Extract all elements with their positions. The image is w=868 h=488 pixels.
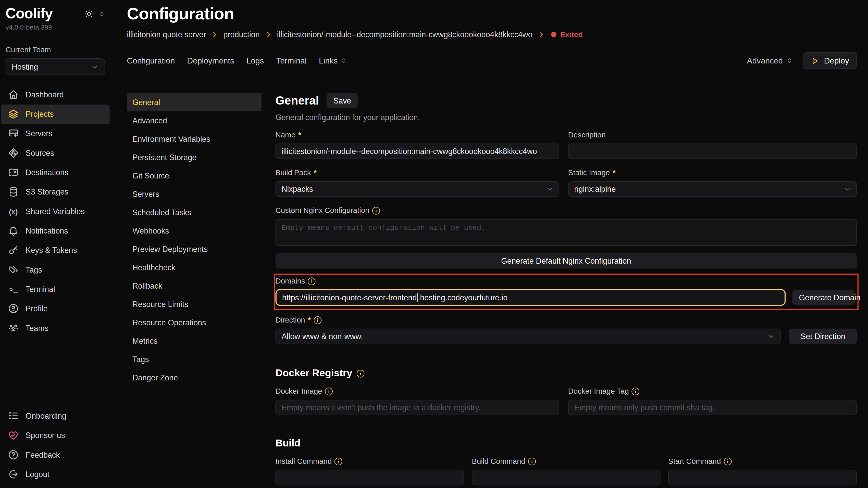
main-area: Configuration illicitonion quote server … [111,0,868,488]
breadcrumb-environment[interactable]: production [223,30,260,39]
theme-updown-icon[interactable] [98,10,105,18]
advanced-toggle[interactable]: Advanced [747,56,793,65]
database-icon [8,186,19,198]
status-dot-icon [551,32,556,37]
subnav-item-persistent-storage[interactable]: Persistent Storage [127,148,261,166]
info-icon[interactable]: i [308,277,316,285]
breadcrumb-project[interactable]: illicitonion quote server [127,30,206,39]
nginx-config-textarea[interactable] [275,219,857,246]
save-button[interactable]: Save [327,93,358,108]
description-input[interactable] [568,143,857,159]
subnav-item-general[interactable]: General [127,93,261,111]
sidebar-item-tags[interactable]: Tags [0,260,111,280]
subnav-item-metrics[interactable]: Metrics [127,331,261,350]
chevron-updown-icon [341,57,347,65]
sidebar-item-dashboard[interactable]: Dashboard [0,85,111,104]
sidebar-item-projects[interactable]: Projects [1,104,110,124]
name-input[interactable] [275,143,559,159]
generate-nginx-button[interactable]: Generate Default Nginx Configuration [275,253,857,268]
text-caret [417,293,418,302]
subnav-item-danger-zone[interactable]: Danger Zone [127,368,261,387]
subnav-item-environment-variables[interactable]: Environment Variables [127,130,261,148]
build-pack-select[interactable]: Nixpacks [275,181,559,197]
layers-icon [8,108,19,120]
sidebar-item-s3-storages[interactable]: S3 Storages [0,182,111,201]
subnav-item-resource-limits[interactable]: Resource Limits [127,295,261,313]
sidebar-footer-nav: Onboarding Sponsor us Feedback Logout [0,406,111,484]
domains-label: Domains i [275,277,855,285]
sidebar-item-shared-variables[interactable]: (x) Shared Variables [0,202,111,221]
coolify-logo[interactable]: Coolify [6,6,53,22]
info-icon[interactable]: i [357,369,365,377]
info-icon[interactable]: i [335,457,342,465]
build-command-label: Build Command i [472,457,660,465]
play-icon [811,56,819,65]
info-icon[interactable]: i [632,387,640,395]
breadcrumb-application[interactable]: illicitestonion/-module--decomposition:m… [277,30,532,39]
sidebar-item-feedback[interactable]: Feedback [0,445,111,464]
start-command-input[interactable] [668,470,857,485]
user-circle-icon [8,303,19,314]
info-icon[interactable]: i [325,387,333,395]
subnav-item-advanced[interactable]: Advanced [127,111,261,130]
git-icon [8,148,19,159]
description-label: Description [568,131,857,139]
subnav-item-servers[interactable]: Servers [127,185,261,203]
sidebar-item-onboarding[interactable]: Onboarding [0,406,111,425]
heart-icon [8,430,19,441]
nginx-config-label: Custom Nginx Configuration i [275,206,857,215]
install-command-input[interactable] [275,470,464,485]
direction-label: Direction* i [275,316,857,324]
sidebar-item-notifications[interactable]: Notifications [0,221,111,240]
name-label: Name* [275,131,559,139]
subnav-item-preview-deployments[interactable]: Preview Deployments [127,240,261,258]
sidebar-item-logout[interactable]: Logout [0,464,111,484]
sidebar-item-destinations[interactable]: Destinations [0,163,111,182]
tab-deployments[interactable]: Deployments [187,56,234,65]
terminal-icon: >_ [8,284,19,295]
breadcrumb: illicitonion quote server production ill… [127,30,857,39]
chevron-right-icon [265,31,272,38]
docker-image-tag-input[interactable] [568,400,857,415]
deploy-button[interactable]: Deploy [803,52,857,69]
generate-domain-button[interactable]: Generate Domain [792,290,855,305]
tab-terminal[interactable]: Terminal [276,56,306,65]
sidebar-item-sponsor[interactable]: Sponsor us [0,425,111,445]
build-command-input[interactable] [472,470,660,485]
subnav-item-tags[interactable]: Tags [127,350,261,368]
sidebar-item-sources[interactable]: Sources [0,143,111,163]
docker-image-input[interactable] [275,400,559,415]
sidebar-item-profile[interactable]: Profile [0,299,111,318]
tags-icon [8,264,19,275]
variable-icon: (x) [8,206,19,217]
static-image-select[interactable]: nginx:alpine [568,181,857,197]
sidebar-item-teams[interactable]: Teams [0,319,111,338]
subnav-item-resource-operations[interactable]: Resource Operations [127,313,261,331]
domains-input[interactable]: https://illicitonion-quote-server-fronte… [275,289,785,306]
subnav-item-scheduled-tasks[interactable]: Scheduled Tasks [127,203,261,221]
docker-image-label: Docker Image i [275,387,559,395]
subnav-item-healthcheck[interactable]: Healthcheck [127,258,261,276]
subnav-item-git-source[interactable]: Git Source [127,166,261,185]
info-icon[interactable]: i [314,316,321,324]
sidebar-item-terminal[interactable]: >_ Terminal [0,280,111,299]
subnav-item-webhooks[interactable]: Webhooks [127,221,261,240]
info-icon[interactable]: i [723,457,732,465]
docker-image-tag-label: Docker Image Tag i [568,387,857,395]
tab-logs[interactable]: Logs [246,56,264,65]
info-icon[interactable]: i [372,206,380,215]
chevron-updown-icon [786,57,793,65]
sun-icon[interactable] [84,9,94,19]
sidebar-item-keys-tokens[interactable]: Keys & Tokens [0,240,111,260]
app-window: Coolify v4.0.0-beta.399 Current Team Hos… [0,0,868,488]
tab-links[interactable]: Links [319,56,347,65]
info-icon[interactable]: i [528,457,536,465]
sidebar-item-servers[interactable]: Servers [0,124,111,143]
key-icon [8,245,19,256]
direction-select[interactable]: Allow www & non-www. [275,329,780,344]
set-direction-button[interactable]: Set Direction [789,329,857,344]
start-command-label: Start Command i [668,457,857,465]
team-select[interactable]: Hosting [6,58,105,75]
subnav-item-rollback[interactable]: Rollback [127,276,261,295]
tab-configuration[interactable]: Configuration [127,56,175,65]
